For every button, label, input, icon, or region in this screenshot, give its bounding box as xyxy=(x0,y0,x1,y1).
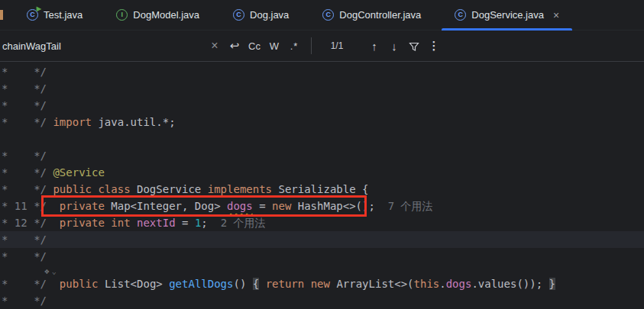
tab-dogservice-java[interactable]: CDogService.java× xyxy=(438,0,576,30)
match-case-button[interactable]: Cc xyxy=(244,40,264,52)
code-token: import xyxy=(53,116,92,128)
code-line: * */ public class DogService implements … xyxy=(0,181,644,198)
clear-search-icon[interactable]: × xyxy=(205,39,225,53)
tab-bar: C▶Test.javaIDogModel.javaCDog.javaCDogCo… xyxy=(0,0,644,31)
code-token: * 11 */ xyxy=(2,200,60,212)
usages-inlay-hint: 7 个用法 xyxy=(388,200,433,212)
newline-icon[interactable]: ↩ xyxy=(225,39,244,53)
editor-code[interactable]: * */* */* */* */ import java.util.*;* */… xyxy=(0,62,644,309)
code-token: * */ xyxy=(2,150,47,162)
code-token: ; xyxy=(201,217,207,229)
code-token: new xyxy=(311,278,337,290)
code-line: * */ xyxy=(0,97,644,114)
tab-list: C▶Test.javaIDogModel.javaCDog.javaCDogCo… xyxy=(10,0,576,30)
code-line xyxy=(0,130,644,147)
code-token: { xyxy=(253,278,259,290)
code-token: private xyxy=(60,217,111,229)
divider xyxy=(311,37,312,54)
code-token: dogs xyxy=(446,278,472,290)
code-token: this xyxy=(414,278,440,290)
code-token: * */ xyxy=(2,233,47,246)
code-token: java.util.*; xyxy=(92,116,176,128)
filter-icon xyxy=(409,41,419,52)
code-token: public xyxy=(60,278,105,290)
code-token: () xyxy=(233,278,252,290)
code-token xyxy=(259,278,265,290)
code-token: } xyxy=(549,278,555,290)
code-line: * */ xyxy=(0,80,644,97)
tab-label: DogService.java xyxy=(471,9,544,21)
code-token: @Service xyxy=(53,166,104,179)
code-token: * */ xyxy=(2,250,47,262)
code-token: * */ xyxy=(2,295,47,307)
code-token: new xyxy=(272,200,298,212)
tab-label: DogController.java xyxy=(339,9,421,21)
chevron-down-icon[interactable]: ⌄ xyxy=(52,267,57,275)
filter-search-button[interactable] xyxy=(404,40,424,52)
code-token: private xyxy=(60,200,111,212)
close-tab-icon[interactable]: × xyxy=(553,10,559,21)
code-token: * */ xyxy=(2,183,53,195)
tab-label: Dog.java xyxy=(250,9,289,21)
tab-dogmodel-java[interactable]: IDogModel.java xyxy=(99,0,216,30)
code-line: * 12 */ private int nextId = 1; 2 个用法 xyxy=(0,214,644,231)
test-class-icon: C▶ xyxy=(27,9,38,21)
code-token: * */ xyxy=(2,278,60,290)
code-token xyxy=(208,217,221,229)
code-line: * */ xyxy=(0,147,644,164)
class-icon: C xyxy=(455,9,466,21)
tab-label: Test.java xyxy=(44,9,83,21)
code-token: Serializable { xyxy=(278,183,368,195)
run-test-arrow-icon: ▶ xyxy=(37,6,41,12)
code-line: * */ xyxy=(0,292,644,309)
code-token: Map<Integer, Dog> xyxy=(111,200,227,212)
tab-dogcontroller-java[interactable]: CDogController.java xyxy=(306,0,438,30)
interface-icon: I xyxy=(116,9,128,21)
code-token: int xyxy=(111,217,137,229)
code-line: * */ import java.util.*; xyxy=(0,114,644,130)
code-token: . xyxy=(439,278,445,290)
find-bar: × ↩ Cc W .* 1/1 ↑ ↓ ⋮ xyxy=(0,31,644,62)
tab-label: DogModel.java xyxy=(133,9,199,21)
class-icon: C xyxy=(322,9,334,21)
code-line: * */ @Service xyxy=(0,164,644,181)
search-input[interactable] xyxy=(0,40,205,52)
code-line: * */ public List<Dog> getAllDogs() { ret… xyxy=(0,275,644,292)
next-match-button[interactable]: ↓ xyxy=(384,40,404,53)
match-count: 1/1 xyxy=(319,40,355,51)
code-line: * */ xyxy=(0,248,644,265)
code-line: * 11 */ private Map<Integer, Dog> dogs =… xyxy=(0,198,644,214)
code-line: * */ xyxy=(0,231,644,248)
code-token: HashMap<>(); xyxy=(298,200,375,212)
code-token: DogService xyxy=(137,183,208,195)
regex-button[interactable]: .* xyxy=(284,40,304,52)
code-token: dogs xyxy=(227,200,253,212)
code-line: * */ xyxy=(0,63,644,80)
code-token: return xyxy=(266,278,311,290)
code-token: = xyxy=(176,217,195,229)
code-token: .values()); xyxy=(471,278,549,290)
tab-dog-java[interactable]: CDog.java xyxy=(216,0,306,30)
code-token: * */ xyxy=(2,99,47,111)
code-token: * */ xyxy=(2,66,47,78)
code-token: * */ xyxy=(2,116,53,128)
partial-tab-icon xyxy=(0,10,3,20)
code-token: * */ xyxy=(2,166,53,179)
tab-test-java[interactable]: C▶Test.java xyxy=(10,0,99,30)
code-token xyxy=(375,200,388,212)
code-token: List<Dog> xyxy=(105,278,169,290)
code-token: public class xyxy=(53,183,137,195)
usages-inlay-hint: 2 个用法 xyxy=(221,217,266,229)
intention-actions-row: ❖⌄ xyxy=(0,265,644,275)
code-token: implements xyxy=(208,183,279,195)
previous-match-button[interactable]: ↑ xyxy=(364,40,384,53)
more-options-icon[interactable]: ⋮ xyxy=(424,39,444,53)
class-icon: C xyxy=(233,9,244,21)
code-token: * 12 */ xyxy=(2,217,60,229)
code-token: = xyxy=(253,200,272,212)
code-token: nextId xyxy=(137,217,176,229)
code-token: getAllDogs xyxy=(169,278,233,290)
code-token: * */ xyxy=(2,82,47,95)
code-token: ArrayList<>( xyxy=(336,278,413,290)
whole-words-button[interactable]: W xyxy=(264,40,284,52)
